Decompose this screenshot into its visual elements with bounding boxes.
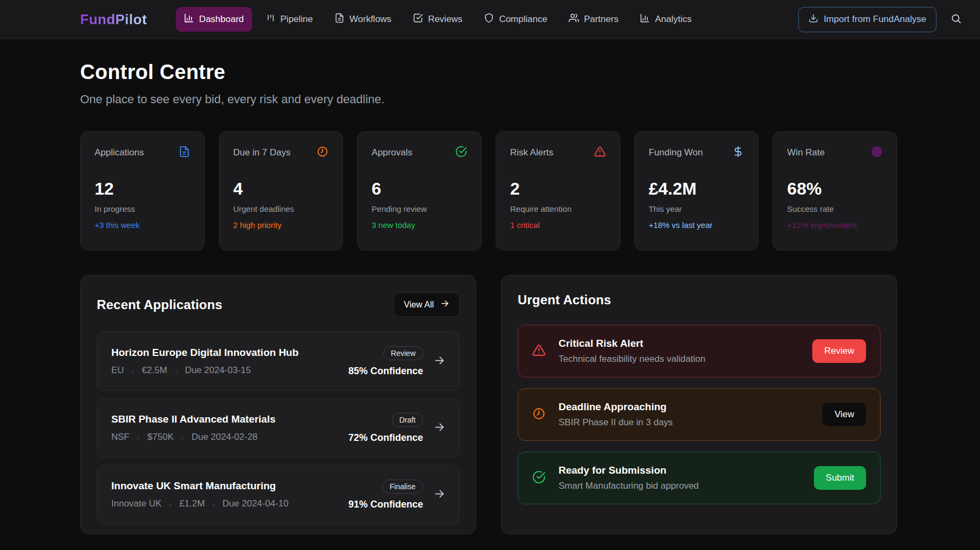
review-button[interactable]: Review bbox=[812, 339, 866, 363]
stat-label: Due in 7 Days bbox=[233, 147, 291, 158]
arrow-right-icon[interactable] bbox=[434, 488, 445, 502]
check-circle-icon bbox=[532, 470, 546, 486]
panels-row: Recent Applications View All Horizon Eur… bbox=[80, 275, 897, 534]
stat-label: Funding Won bbox=[649, 147, 703, 158]
arrow-right-icon[interactable] bbox=[434, 422, 445, 435]
search-icon bbox=[950, 13, 962, 26]
action-title: Ready for Submission bbox=[559, 465, 814, 476]
stat-sublabel: Pending review bbox=[371, 204, 467, 213]
urgent-actions-panel: Urgent Actions Critical Risk Alert Techn… bbox=[501, 275, 897, 534]
application-title: Horizon Europe Digital Innovation Hub bbox=[111, 347, 298, 359]
action-subtitle: Technical feasibility needs validation bbox=[559, 354, 812, 365]
stat-card-risk-alerts: Risk Alerts 2 Require attention 1 critic… bbox=[496, 131, 620, 251]
search-button[interactable] bbox=[950, 13, 962, 26]
stats-row: Applications 12 In progress +3 this week… bbox=[80, 131, 897, 251]
dot-separator: · bbox=[137, 433, 140, 442]
application-row-innovate-uk[interactable]: Innovate UK Smart Manufacturing Innovate… bbox=[97, 465, 460, 524]
stat-label: Approvals bbox=[371, 147, 412, 158]
application-title: SBIR Phase II Advanced Materials bbox=[111, 413, 276, 425]
application-amount: €2.5M bbox=[142, 365, 167, 376]
brand-logo[interactable]: FundPilot bbox=[80, 11, 147, 28]
application-row-horizon-europe[interactable]: Horizon Europe Digital Innovation Hub EU… bbox=[97, 332, 460, 391]
check-square-icon bbox=[413, 13, 423, 26]
stat-sublabel: In progress bbox=[95, 204, 190, 213]
stat-trend: +3 this week bbox=[95, 220, 190, 230]
action-subtitle: Smart Manufacturing bid approved bbox=[559, 481, 814, 491]
application-amount: $750K bbox=[147, 432, 174, 442]
arrow-right-icon bbox=[440, 299, 449, 310]
arrow-right-icon[interactable] bbox=[434, 355, 445, 368]
stat-trend: 3 new today bbox=[371, 220, 467, 230]
application-due-date: Due 2024-03-15 bbox=[185, 365, 251, 376]
nav-item-analytics[interactable]: Analytics bbox=[632, 7, 699, 32]
application-due-date: Due 2024-04-10 bbox=[223, 498, 289, 509]
stat-value: 6 bbox=[371, 179, 467, 199]
document-icon bbox=[178, 146, 190, 160]
application-row-sbir-phase-2[interactable]: SBIR Phase II Advanced Materials NSF · $… bbox=[97, 398, 460, 458]
application-amount: £1.2M bbox=[180, 498, 205, 509]
bar-chart-icon bbox=[640, 13, 650, 26]
recent-applications-panel: Recent Applications View All Horizon Eur… bbox=[80, 275, 476, 534]
nav-item-partners[interactable]: Partners bbox=[561, 7, 626, 32]
view-all-button[interactable]: View All bbox=[394, 292, 460, 317]
dot-separator: · bbox=[212, 499, 215, 509]
stat-card-funding-won: Funding Won £4.2M This year +18% vs last… bbox=[634, 131, 759, 251]
urgent-actions-list: Critical Risk Alert Technical feasibilit… bbox=[518, 325, 881, 504]
stat-trend: 1 critical bbox=[510, 220, 606, 230]
nav-label: Workflows bbox=[349, 14, 391, 25]
action-card-ready-submission: Ready for Submission Smart Manufacturing… bbox=[518, 452, 881, 504]
nav-item-reviews[interactable]: Reviews bbox=[405, 7, 470, 32]
nav-item-dashboard[interactable]: Dashboard bbox=[176, 7, 252, 32]
clock-icon bbox=[317, 146, 328, 160]
nav-label: Analytics bbox=[655, 14, 691, 25]
application-source: Innovate UK bbox=[111, 498, 162, 509]
nav-label: Pipeline bbox=[281, 14, 313, 25]
dot-separator: · bbox=[181, 433, 184, 442]
action-card-deadline: Deadline Approaching SBIR Phase II due i… bbox=[518, 388, 881, 441]
view-button[interactable]: View bbox=[822, 403, 866, 426]
nav-label: Reviews bbox=[428, 14, 462, 25]
bar-chart-icon bbox=[184, 13, 194, 26]
application-source: NSF bbox=[111, 432, 130, 442]
stat-sublabel: Urgent deadlines bbox=[233, 204, 329, 213]
action-title: Critical Risk Alert bbox=[559, 338, 812, 349]
stat-value: 2 bbox=[510, 179, 606, 199]
application-due-date: Due 2024-02-28 bbox=[191, 432, 257, 442]
view-all-label: View All bbox=[404, 300, 434, 310]
page-title: Control Centre bbox=[80, 61, 897, 84]
application-source: EU bbox=[111, 365, 124, 376]
submit-button[interactable]: Submit bbox=[814, 466, 866, 490]
status-badge: Finalise bbox=[382, 480, 423, 494]
confidence-label: 72% Confidence bbox=[348, 432, 423, 444]
nav-label: Partners bbox=[584, 14, 618, 25]
nav-item-compliance[interactable]: Compliance bbox=[476, 7, 555, 32]
clock-icon bbox=[532, 407, 546, 423]
stat-value: 12 bbox=[95, 179, 190, 199]
stat-sublabel: Success rate bbox=[787, 204, 883, 213]
stat-value: 4 bbox=[233, 179, 329, 199]
confidence-label: 91% Confidence bbox=[348, 499, 423, 510]
document-icon bbox=[334, 13, 345, 26]
download-icon bbox=[809, 13, 818, 26]
nav-item-workflows[interactable]: Workflows bbox=[326, 7, 399, 32]
stat-label: Applications bbox=[95, 147, 144, 158]
stat-trend: +12% improvement bbox=[787, 220, 883, 230]
action-card-critical-risk: Critical Risk Alert Technical feasibilit… bbox=[518, 325, 881, 377]
alert-triangle-icon bbox=[594, 146, 606, 160]
stat-card-due-7-days: Due in 7 Days 4 Urgent deadlines 2 high … bbox=[219, 131, 344, 251]
stat-label: Win Rate bbox=[787, 147, 825, 158]
navbar-right: Import from FundAnalyse bbox=[798, 7, 962, 32]
action-title: Deadline Approaching bbox=[559, 401, 822, 413]
stat-trend: 2 high priority bbox=[233, 220, 329, 230]
shield-icon bbox=[484, 13, 494, 26]
dollar-icon bbox=[732, 146, 744, 160]
import-from-fundanalyse-button[interactable]: Import from FundAnalyse bbox=[798, 7, 936, 32]
nav-item-pipeline[interactable]: Pipeline bbox=[257, 7, 321, 32]
action-subtitle: SBIR Phase II due in 3 days bbox=[559, 417, 822, 428]
application-title: Innovate UK Smart Manufacturing bbox=[111, 480, 289, 492]
stat-card-approvals: Approvals 6 Pending review 3 new today bbox=[357, 131, 482, 251]
stat-label: Risk Alerts bbox=[510, 147, 553, 158]
status-badge: Draft bbox=[392, 413, 423, 427]
application-list: Horizon Europe Digital Innovation Hub EU… bbox=[97, 332, 460, 524]
app-root: FundPilot Dashboard Pipeline Workflows bbox=[0, 0, 980, 550]
